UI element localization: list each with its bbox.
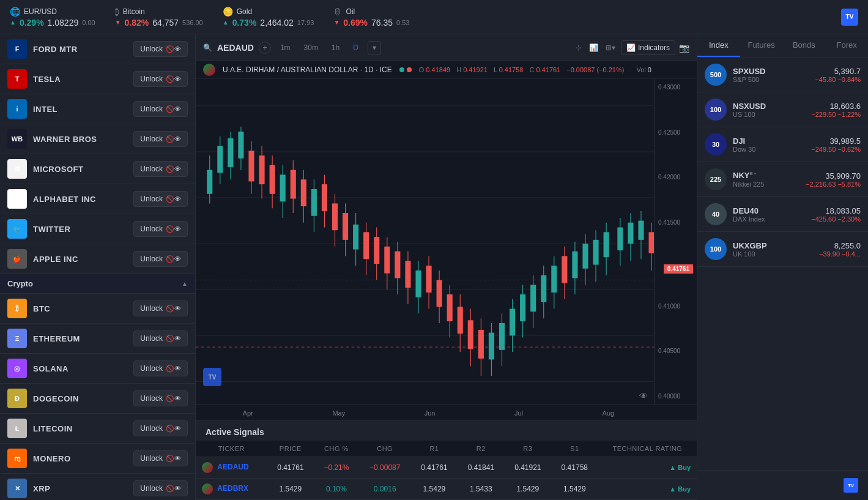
unlock-doge[interactable]: Unlock 🚫👁	[133, 390, 188, 406]
name-doge: DOGECOIN	[33, 394, 127, 403]
ohlc-change: −0.00087 (−0.21%)	[566, 66, 624, 73]
unlock-sol[interactable]: Unlock 🚫👁	[133, 360, 188, 376]
timeframe-D[interactable]: D	[349, 42, 363, 54]
market-item-spx[interactable]: 500 SPXUSD S&P 500 5,390.7 −45.80 −0.84%	[697, 58, 868, 92]
right-tv-logo: TV	[844, 478, 858, 493]
logo-wb: WB	[7, 129, 27, 149]
signal-chg-AEDBRX: 0.0016	[359, 479, 411, 500]
timeframe-1h[interactable]: 1h	[327, 42, 344, 54]
unlock-msft[interactable]: Unlock 🚫👁	[133, 161, 188, 177]
svg-rect-35	[343, 213, 348, 240]
market-item-dji[interactable]: 30 DJI Dow 30 39,989.5 −249.50 −0.62%	[697, 127, 868, 162]
unlock-ltc[interactable]: Unlock 🚫👁	[133, 420, 188, 436]
signal-ticker-AEDBRX[interactable]: AEDBRX	[196, 479, 267, 500]
eye-slash-xmr: 🚫👁	[166, 455, 181, 463]
signal-r3-AEDBRX: 1.5429	[505, 479, 551, 500]
name-intel: INTEL	[33, 105, 127, 114]
tab-bonds[interactable]: Bonds	[783, 34, 826, 57]
logo-xmr: ɱ	[7, 449, 27, 468]
svg-rect-71	[530, 285, 536, 312]
ticker-link-AEDAUD[interactable]: AEDAUD	[217, 463, 248, 471]
market-sub-ukx: UK 100	[733, 250, 813, 258]
eye-slash-sol: 🚫👁	[166, 365, 181, 373]
ticker-bitcoin[interactable]: ₿ Bitcoin ▼ 0.82% 64,757 536.00	[115, 7, 203, 28]
sidebar-item-xmr: ɱ MONERO Unlock 🚫👁	[0, 444, 195, 474]
timeframe-1m[interactable]: 1m	[276, 42, 295, 54]
name-xmr: MONERO	[33, 454, 127, 463]
unlock-apple[interactable]: Unlock 🚫👁	[133, 251, 188, 267]
svg-rect-55	[447, 294, 453, 321]
crosshair-tool[interactable]: ⊹	[574, 42, 584, 54]
ticker-eurusd[interactable]: 🌐 EUR/USD ▲ 0.29% 1.08229 0.00	[10, 7, 95, 28]
market-name-deu: DEU40	[733, 206, 805, 215]
ticker-oil[interactable]: 🛢 Oil ▼ 0.69% 76.35 0.53	[333, 7, 409, 28]
unlock-twitter[interactable]: Unlock 🚫👁	[133, 221, 188, 237]
unlock-xmr[interactable]: Unlock 🚫👁	[133, 450, 188, 466]
market-price-nky: 35,909.70	[806, 171, 861, 181]
sidebar-item-eth: Ξ ETHEREUM Unlock 🚫👁	[0, 324, 195, 354]
unlock-goog[interactable]: Unlock 🚫👁	[133, 191, 188, 207]
svg-rect-27	[301, 179, 306, 206]
indicators-button[interactable]: 📈 Indicators	[621, 40, 675, 55]
unlock-eth[interactable]: Unlock 🚫👁	[133, 330, 188, 346]
screenshot-button[interactable]: 📷	[679, 43, 689, 53]
right-panel: Index Futures Bonds Forex 500 SPXUSD S&P…	[697, 34, 868, 500]
chart-canvas[interactable]: 0.43000 0.42500 0.42000 0.41500 0.41761 …	[196, 79, 697, 405]
tab-index[interactable]: Index	[697, 34, 740, 57]
market-item-ukx[interactable]: 100 UKXGBP UK 100 8,255.0 −39.90 −0.4...	[697, 232, 868, 267]
sidebar: F FORD MTR Unlock 🚫👁 T TESLA Unlock 🚫👁 i…	[0, 34, 196, 500]
logo-goog: G	[7, 189, 27, 209]
crypto-section-header[interactable]: Crypto ▲	[0, 274, 195, 294]
chart-watermark: TV	[203, 368, 221, 386]
tab-forex[interactable]: Forex	[825, 34, 868, 57]
ohlc-row: U.A.E. DIRHAM / AUSTRALIAN DOLLAR · 1D ·…	[196, 61, 697, 79]
right-panel-footer: TV	[697, 470, 868, 500]
market-item-nsx[interactable]: 100 NSXUSD US 100 18,603.6 −229.50 −1.22…	[697, 92, 868, 127]
date-jul: Jul	[514, 409, 523, 417]
market-item-nky[interactable]: 225 NKYE • Nikkei 225 35,909.70 −2,216.6…	[697, 162, 868, 197]
ohlc-values: O 0.41849 H 0.41921 L 0.41758 C 0.41761 …	[419, 66, 625, 73]
ohlc-open: O 0.41849	[419, 66, 450, 73]
unlock-btc[interactable]: Unlock 🚫👁	[133, 300, 188, 316]
sidebar-item-msft: ⊞ MICROSOFT Unlock 🚫👁	[0, 154, 195, 184]
svg-rect-73	[541, 275, 546, 302]
chart-eye-icon[interactable]: 👁	[639, 391, 648, 401]
col-chg: CHG	[359, 441, 411, 457]
col-price: PRICE	[267, 441, 314, 457]
chart-style-dropdown[interactable]: ⊞▾	[604, 42, 617, 54]
svg-rect-47	[405, 261, 410, 288]
ohlc-close: C 0.41761	[529, 66, 560, 73]
signal-rating-AEDAUD: ▲ Buy	[598, 457, 697, 479]
timeframe-30m[interactable]: 30m	[300, 42, 322, 54]
signal-rating-AEDBRX: ▲ Buy	[598, 479, 697, 500]
market-item-deu[interactable]: 40 DEU40 DAX Index 18,083.05 −425.60 −2.…	[697, 197, 868, 232]
chart-add-button[interactable]: +	[259, 42, 271, 54]
chart-type-tool[interactable]: 📊	[587, 42, 600, 54]
logo-intel: i	[7, 99, 27, 119]
crypto-chevron[interactable]: ▲	[182, 280, 188, 287]
unlock-intel[interactable]: Unlock 🚫👁	[133, 101, 188, 117]
unlock-wb[interactable]: Unlock 🚫👁	[133, 131, 188, 147]
name-apple: APPLE INC	[33, 255, 127, 264]
svg-rect-25	[291, 170, 296, 199]
svg-rect-29	[311, 189, 317, 216]
unlock-xrp[interactable]: Unlock 🚫👁	[133, 480, 188, 496]
rating-text-AEDBRX: Buy	[678, 485, 691, 493]
signal-s1-AEDAUD: 0.41758	[551, 457, 598, 479]
indicators-label: Indicators	[638, 43, 670, 52]
market-chg-spx: −45.80 −0.84%	[815, 76, 861, 83]
ticker-gold[interactable]: 🪙 Gold ▲ 0.73% 2,464.02 17.93	[223, 7, 314, 28]
unlock-ford[interactable]: Unlock 🚫👁	[133, 41, 188, 57]
unlock-tesla[interactable]: Unlock 🚫👁	[133, 71, 188, 87]
signal-row-AEDBRX: AEDBRX 1.5429 0.10% 0.0016 1.5429 1.5433…	[196, 479, 697, 500]
sidebar-item-intel: i INTEL Unlock 🚫👁	[0, 94, 195, 124]
price-0.41000: 0.41000	[658, 303, 693, 310]
ticker-link-AEDBRX[interactable]: AEDBRX	[217, 484, 248, 493]
svg-rect-77	[562, 256, 567, 283]
timeframe-dropdown[interactable]: ▾	[368, 41, 381, 54]
tab-futures[interactable]: Futures	[740, 34, 783, 57]
chart-symbol[interactable]: AEDAUD	[217, 43, 254, 53]
signal-ticker-AEDAUD[interactable]: AEDAUD	[196, 457, 267, 479]
market-badge-nky: 225	[705, 168, 727, 190]
signal-dots	[399, 67, 412, 72]
